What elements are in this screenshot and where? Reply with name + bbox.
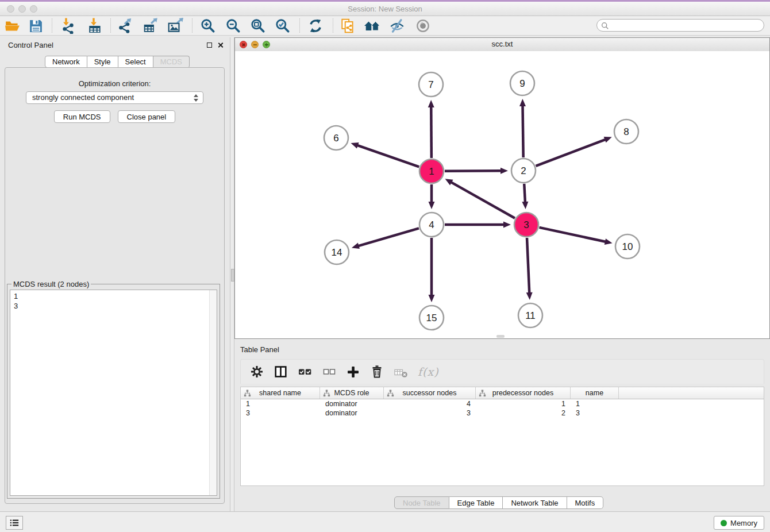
- graph-node-2[interactable]: 2: [511, 159, 536, 183]
- home-layout-button[interactable]: [363, 17, 382, 34]
- canvas-scrollbar-thumb[interactable]: [496, 335, 505, 338]
- minimize-network-icon[interactable]: [251, 41, 259, 48]
- graph-edge-1-6[interactable]: [351, 142, 419, 167]
- cell-name[interactable]: 1: [571, 400, 619, 408]
- network-graph[interactable]: 7968124314101511: [235, 51, 769, 338]
- optimization-criterion-dropdown[interactable]: strongly connected component: [26, 91, 203, 104]
- graph-node-1[interactable]: 1: [419, 159, 444, 183]
- export-image-button[interactable]: [165, 17, 185, 34]
- column-header-shared-name[interactable]: shared name: [241, 387, 320, 399]
- graph-edge-2-9[interactable]: [519, 99, 526, 157]
- tab-select[interactable]: Select: [118, 56, 153, 68]
- graph-node-8[interactable]: 8: [614, 119, 638, 144]
- cell-predecessor-nodes[interactable]: 2: [476, 409, 571, 417]
- delete-column-button[interactable]: [370, 364, 384, 379]
- table-row[interactable]: 1dominator411: [241, 399, 764, 408]
- tab-network-table[interactable]: Network Table: [503, 496, 567, 509]
- graph-node-7[interactable]: 7: [419, 72, 443, 97]
- tab-node-table[interactable]: Node Table: [394, 496, 449, 509]
- export-network-button[interactable]: [116, 17, 135, 34]
- column-header-name[interactable]: name: [571, 387, 619, 399]
- cell-successor-nodes[interactable]: 4: [384, 400, 476, 408]
- show-columns-button[interactable]: [274, 365, 288, 379]
- zoom-fit-button[interactable]: [248, 17, 268, 34]
- plus-icon: [346, 365, 360, 379]
- graph-node-11[interactable]: 11: [518, 303, 542, 327]
- hide-graphics-button[interactable]: [387, 17, 407, 34]
- graph-node-15[interactable]: 15: [419, 306, 444, 330]
- cell-predecessor-nodes[interactable]: 1: [476, 400, 571, 408]
- column-label: predecessor nodes: [492, 389, 553, 397]
- column-header-predecessor-nodes[interactable]: predecessor nodes: [476, 387, 571, 399]
- graph-node-14[interactable]: 14: [325, 240, 349, 264]
- zoom-out-button[interactable]: [224, 17, 243, 34]
- network-window-titlebar[interactable]: scc.txt: [235, 38, 769, 52]
- graph-edge-1-7[interactable]: [428, 100, 434, 158]
- zoom-in-button[interactable]: [198, 17, 218, 34]
- control-panel: Control Panel NetworkStyleSelectMCDS Opt…: [0, 37, 230, 506]
- graph-edge-4-14[interactable]: [352, 228, 419, 249]
- mcds-result-list[interactable]: 13: [10, 290, 217, 496]
- graph-edge-4-3[interactable]: [445, 222, 511, 228]
- graph-edge-2-3[interactable]: [522, 184, 528, 209]
- deselect-all-columns-button[interactable]: [322, 365, 336, 379]
- cell-shared-name[interactable]: 1: [241, 400, 320, 408]
- memory-button[interactable]: Memory: [714, 516, 764, 530]
- cell-successor-nodes[interactable]: 3: [384, 409, 476, 417]
- column-label: MCDS role: [334, 389, 369, 397]
- maximize-network-icon[interactable]: [263, 41, 270, 48]
- close-network-icon[interactable]: [240, 41, 247, 48]
- graph-edge-3-1[interactable]: [445, 179, 515, 218]
- node-table[interactable]: shared nameMCDS rolesuccessor nodesprede…: [240, 387, 764, 486]
- network-canvas[interactable]: 7968124314101511: [235, 51, 769, 338]
- tab-edge-table[interactable]: Edge Table: [449, 496, 503, 509]
- table-settings-button[interactable]: [250, 364, 264, 379]
- import-table-button[interactable]: [86, 17, 105, 34]
- tab-network[interactable]: Network: [45, 56, 87, 68]
- task-history-button[interactable]: [6, 516, 23, 530]
- cell-mcds-role[interactable]: dominator: [320, 409, 384, 417]
- open-session-button[interactable]: [3, 17, 22, 34]
- graph-edge-4-15[interactable]: [429, 238, 435, 302]
- cell-name[interactable]: 3: [571, 409, 619, 417]
- table-row[interactable]: 3dominator323: [241, 408, 764, 418]
- show-graphics-button[interactable]: [413, 17, 433, 34]
- divider-grip[interactable]: [231, 269, 234, 282]
- graph-edge-2-8[interactable]: [536, 137, 612, 166]
- import-table-icon: [87, 18, 103, 34]
- create-column-button[interactable]: [346, 365, 360, 379]
- graph-node-4[interactable]: 4: [419, 213, 444, 237]
- cell-shared-name[interactable]: 3: [241, 409, 320, 417]
- optimization-criterion-label: Optimization criterion:: [5, 79, 224, 88]
- graph-node-9[interactable]: 9: [510, 71, 534, 95]
- graph-edge-1-2[interactable]: [445, 168, 508, 174]
- tab-motifs[interactable]: Motifs: [567, 496, 604, 509]
- save-session-button[interactable]: [26, 17, 45, 34]
- refresh-view-button[interactable]: [306, 17, 325, 34]
- graph-node-10[interactable]: 10: [615, 234, 640, 259]
- tab-style[interactable]: Style: [87, 56, 118, 68]
- search-input[interactable]: [612, 20, 759, 32]
- import-network-button[interactable]: [58, 17, 78, 34]
- column-header-successor-nodes[interactable]: successor nodes: [384, 387, 476, 399]
- tab-mcds[interactable]: MCDS: [153, 56, 190, 68]
- zoom-selected-button[interactable]: [273, 17, 292, 34]
- graph-edge-1-4[interactable]: [429, 184, 435, 209]
- graph-edge-3-10[interactable]: [539, 228, 612, 245]
- close-panel-button[interactable]: Close panel: [118, 110, 176, 123]
- select-all-columns-button[interactable]: [298, 365, 313, 379]
- graph-node-6[interactable]: 6: [324, 126, 348, 150]
- toolbar-search-box[interactable]: [596, 19, 764, 32]
- result-scrollbar[interactable]: [209, 290, 217, 495]
- panel-divider[interactable]: [230, 37, 234, 511]
- graph-edge-3-11[interactable]: [526, 238, 533, 300]
- cell-mcds-role[interactable]: dominator: [320, 400, 384, 408]
- float-panel-icon[interactable]: [207, 43, 212, 48]
- close-panel-icon[interactable]: [217, 42, 224, 48]
- delete-table-button-disabled: [394, 365, 408, 379]
- run-mcds-button[interactable]: Run MCDS: [54, 110, 110, 123]
- clone-network-button[interactable]: [338, 17, 357, 34]
- export-table-button[interactable]: [141, 17, 160, 34]
- column-header-mcds-role[interactable]: MCDS role: [320, 387, 384, 399]
- graph-node-3[interactable]: 3: [514, 213, 538, 237]
